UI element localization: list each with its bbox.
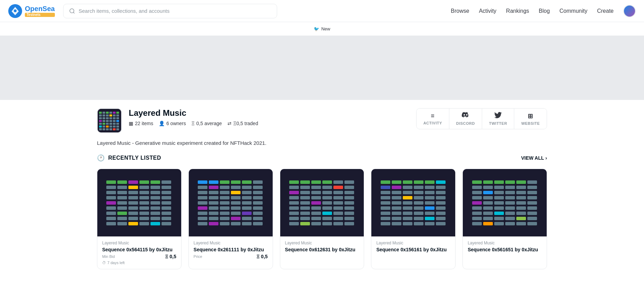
collection-stats: ▦ 22 items 👤 6 owners Ξ 0,5 average ⇄ Ξ0… xyxy=(129,121,258,126)
svg-rect-80 xyxy=(139,206,149,210)
svg-rect-122 xyxy=(220,196,230,199)
svg-rect-19 xyxy=(109,117,112,119)
svg-rect-5 xyxy=(103,112,105,114)
action-activity[interactable]: ≡ ACTIVITY xyxy=(417,109,449,129)
svg-rect-196 xyxy=(322,212,332,215)
svg-rect-181 xyxy=(289,201,299,205)
svg-rect-257 xyxy=(414,217,423,220)
avatar[interactable] xyxy=(623,5,636,17)
svg-rect-4 xyxy=(99,112,102,114)
svg-rect-293 xyxy=(494,201,504,205)
svg-rect-298 xyxy=(483,206,493,210)
card-footer-2: Price Ξ 0,5 xyxy=(194,254,268,259)
collection-title: Layered Music xyxy=(129,108,258,118)
svg-rect-151 xyxy=(209,222,218,225)
search-icon xyxy=(69,8,75,14)
recently-header: 🕐 RECENTLY LISTED VIEW ALL › xyxy=(97,154,547,162)
svg-rect-45 xyxy=(116,128,119,130)
nft-card-3[interactable]: Layered Music Sequence 0x612631 by 0xJit… xyxy=(280,169,364,269)
svg-rect-157 xyxy=(289,180,299,184)
action-twitter[interactable]: TWITTER xyxy=(482,109,514,129)
svg-rect-112 xyxy=(242,186,252,189)
svg-rect-217 xyxy=(436,180,446,184)
svg-rect-299 xyxy=(494,206,504,210)
svg-rect-219 xyxy=(392,186,401,189)
stat-owners: 👤 6 owners xyxy=(159,121,186,126)
search-input[interactable] xyxy=(79,8,271,14)
svg-rect-278 xyxy=(527,186,537,189)
svg-rect-55 xyxy=(128,186,138,189)
svg-rect-160 xyxy=(322,180,332,184)
svg-rect-220 xyxy=(403,186,412,189)
svg-rect-223 xyxy=(436,186,446,189)
svg-rect-208 xyxy=(322,222,332,225)
svg-rect-69 xyxy=(150,196,160,199)
svg-rect-81 xyxy=(150,206,160,210)
svg-rect-83 xyxy=(106,212,116,215)
card-time-1: 7 days left xyxy=(107,261,125,265)
nft-card-4[interactable]: Layered Music Sequence 0x156161 by 0xJit… xyxy=(371,169,456,269)
svg-rect-152 xyxy=(220,222,230,225)
svg-rect-302 xyxy=(527,206,537,210)
svg-rect-144 xyxy=(198,217,207,220)
traded-icon: ⇄ xyxy=(227,121,232,126)
svg-rect-270 xyxy=(505,180,515,184)
website-label: WEBSITE xyxy=(521,121,540,125)
new-badge-bar[interactable]: 🐦 New xyxy=(0,22,644,36)
clock-icon: 🕐 xyxy=(97,154,105,162)
svg-rect-109 xyxy=(209,186,218,189)
svg-rect-174 xyxy=(344,191,354,194)
svg-rect-162 xyxy=(344,180,354,184)
svg-rect-187 xyxy=(289,206,299,210)
svg-rect-56 xyxy=(139,186,149,189)
nav-browse[interactable]: Browse xyxy=(451,8,469,14)
svg-rect-314 xyxy=(527,217,537,220)
svg-rect-28 xyxy=(99,123,102,125)
svg-rect-92 xyxy=(139,217,149,220)
svg-rect-288 xyxy=(505,196,515,199)
discord-label: DISCORD xyxy=(456,121,475,125)
svg-rect-15 xyxy=(116,114,119,116)
svg-rect-224 xyxy=(381,191,390,194)
nft-card-2[interactable]: Layered Music Sequence 0x261111 by 0xJit… xyxy=(188,169,273,269)
svg-rect-312 xyxy=(505,217,515,220)
svg-rect-14 xyxy=(113,114,116,116)
nav-activity[interactable]: Activity xyxy=(479,8,497,14)
svg-rect-120 xyxy=(198,196,207,199)
svg-rect-318 xyxy=(505,222,515,225)
svg-rect-50 xyxy=(139,180,149,184)
svg-rect-177 xyxy=(311,196,321,199)
svg-rect-10 xyxy=(99,114,102,116)
svg-rect-307 xyxy=(516,212,526,215)
average-value: 0,5 average xyxy=(196,121,222,126)
svg-rect-168 xyxy=(344,186,354,189)
svg-rect-207 xyxy=(311,222,321,225)
svg-rect-238 xyxy=(403,201,412,205)
svg-rect-76 xyxy=(162,201,171,205)
search-bar xyxy=(63,4,277,18)
svg-rect-74 xyxy=(139,201,149,205)
svg-rect-301 xyxy=(516,206,526,210)
action-discord[interactable]: DISCORD xyxy=(449,109,482,129)
svg-rect-250 xyxy=(403,212,412,215)
view-all-link[interactable]: VIEW ALL › xyxy=(521,155,547,161)
nav-rankings[interactable]: Rankings xyxy=(506,8,529,14)
svg-rect-285 xyxy=(472,196,482,199)
svg-rect-303 xyxy=(472,212,482,215)
svg-rect-52 xyxy=(162,180,171,184)
action-website[interactable]: ⊞ WEBSITE xyxy=(514,109,547,129)
svg-rect-88 xyxy=(162,212,171,215)
logo[interactable]: OpenSea Testnets xyxy=(8,4,55,18)
svg-rect-247 xyxy=(436,206,446,210)
nft-card-1[interactable]: Layered Music Sequence 0x564115 by 0xJit… xyxy=(97,169,182,269)
svg-rect-180 xyxy=(344,196,354,199)
svg-rect-316 xyxy=(483,222,493,225)
nav-create[interactable]: Create xyxy=(597,8,614,14)
svg-rect-126 xyxy=(198,201,207,205)
nav-community[interactable]: Community xyxy=(559,8,587,14)
nav-blog[interactable]: Blog xyxy=(539,8,550,14)
view-all-text: VIEW ALL xyxy=(521,155,544,161)
nft-card-5[interactable]: Layered Music Sequence 0x561651 by 0xJit… xyxy=(462,169,547,269)
svg-rect-67 xyxy=(128,196,138,199)
card-collection-4: Layered Music xyxy=(376,241,450,245)
